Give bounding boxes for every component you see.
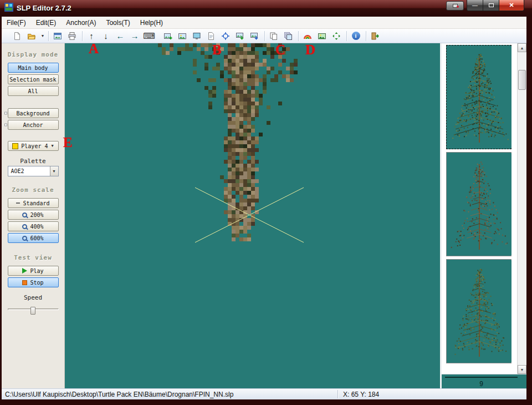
anchor-up-button[interactable]: ↑ (85, 30, 98, 42)
copy-frame-button[interactable] (267, 30, 280, 42)
frame-slider-strip[interactable]: 9 (442, 374, 526, 388)
preview-button[interactable] (190, 30, 203, 42)
import-frames-button[interactable] (248, 30, 261, 42)
main-body-button[interactable]: Main body (8, 63, 59, 73)
titlebar-extra-button[interactable] (446, 1, 464, 11)
stop-button[interactable]: Stop (8, 277, 59, 287)
right-arrow-icon: → (131, 32, 139, 40)
info-button[interactable]: i (349, 30, 362, 42)
palette-dropdown-button[interactable]: ▼ (50, 166, 58, 176)
tree-thumbnail-image (447, 260, 511, 362)
stop-icon (22, 280, 27, 285)
maximize-icon (489, 3, 494, 7)
info-icon: i (352, 32, 360, 40)
zoom-400-button[interactable]: 400% (8, 221, 59, 231)
speed-slider[interactable] (8, 305, 59, 313)
statusbar: C:\Users\Ulf Kaupisch\Desktop\Turtle Pac… (2, 388, 526, 399)
window-title: SLP Editor 2.7.2 (17, 4, 71, 12)
import-frame-button[interactable] (233, 30, 247, 42)
toolbar-separator (298, 31, 299, 41)
menubar: File(F) Edit(E) Anchor(A) Tools(T) Help(… (2, 17, 526, 29)
monitor-icon (192, 32, 201, 40)
add-frame-icon (163, 32, 172, 40)
maximize-button[interactable] (483, 0, 499, 11)
frame-number: 9 (442, 380, 521, 388)
document-button[interactable] (204, 30, 218, 42)
fit-view-button[interactable] (330, 30, 343, 42)
menu-help[interactable]: Help(H) (135, 17, 168, 28)
scroll-down-button[interactable]: ▼ (518, 365, 526, 374)
zoom-200-button[interactable]: 200% (8, 210, 59, 220)
anchor-down-button[interactable]: ↓ (99, 30, 112, 42)
palette-button[interactable] (301, 30, 314, 42)
close-button[interactable]: ✕ (499, 0, 524, 11)
file-path-text: C:\Users\Ulf Kaupisch\Desktop\Turtle Pac… (5, 391, 233, 398)
background-button[interactable]: Background (8, 108, 59, 118)
all-button[interactable]: All (8, 86, 59, 96)
slider-thumb[interactable] (30, 307, 35, 315)
new-file-button[interactable] (11, 30, 24, 42)
frame-image-button[interactable] (176, 30, 189, 42)
frames-stack-icon (284, 32, 293, 40)
left-arrow-icon: ← (116, 32, 125, 40)
vertical-scrollbar[interactable]: ▲ ▼ (517, 43, 526, 374)
player-value: Player 4 (21, 143, 48, 149)
stop-label: Stop (30, 280, 43, 286)
palette-label: Palette (2, 158, 64, 165)
frames-stack-button[interactable] (282, 30, 295, 42)
expand-arrows-icon (332, 32, 341, 40)
frame-window-button[interactable] (51, 30, 64, 42)
anchor-button[interactable]: Anchor (8, 120, 59, 130)
sidebar: Display mode Main body Selection mask Al… (2, 43, 65, 388)
print-button[interactable] (65, 30, 79, 42)
frame-thumbnail[interactable] (446, 45, 511, 149)
frame-image-icon (178, 32, 187, 40)
frame-thumbnail[interactable] (446, 259, 511, 363)
open-folder-icon (27, 32, 36, 40)
chevron-down-icon: ▼ (51, 144, 53, 148)
anchor-right-button[interactable]: → (128, 30, 141, 42)
anchor-label: Anchor (23, 122, 43, 128)
minimize-button[interactable]: — (467, 0, 483, 11)
annotation-c: C (275, 42, 285, 58)
zoom-600-label: 600% (30, 235, 43, 241)
menu-file[interactable]: File(F) (2, 17, 31, 28)
add-frame-button[interactable] (161, 30, 175, 42)
minus-icon (16, 202, 20, 204)
sprite-canvas[interactable] (65, 43, 440, 388)
menu-anchor[interactable]: Anchor(A) (61, 17, 101, 28)
open-dropdown-button[interactable]: ▼ (39, 30, 46, 42)
palette-select[interactable]: AOE2 ▼ (8, 166, 59, 176)
zoom-600-button[interactable]: 600% (8, 233, 59, 243)
toolbar-separator (82, 31, 83, 41)
palette-value: AOE2 (8, 168, 50, 174)
capture-icon (453, 4, 458, 8)
anchor-left-button[interactable]: ← (114, 30, 127, 42)
play-label: Play (30, 268, 43, 274)
scrollbar-thumb[interactable] (518, 70, 526, 90)
menu-edit[interactable]: Edit(E) (31, 17, 62, 28)
edit-canvas-area[interactable] (65, 43, 440, 388)
exit-button[interactable] (369, 30, 382, 42)
keyboard-button[interactable]: ⌨ (142, 30, 156, 42)
toolbar: ▼ ↑ ↓ ← → ⌨ (2, 29, 526, 43)
background-toggle-box[interactable] (4, 112, 7, 115)
zoom-standard-button[interactable]: Standard (8, 198, 59, 208)
annotation-a: A (89, 41, 99, 57)
play-button[interactable]: Play (8, 266, 59, 276)
open-file-button[interactable] (25, 30, 38, 42)
center-anchor-button[interactable] (219, 30, 232, 42)
tree-thumbnail-image (447, 153, 511, 255)
frame-thumbnail[interactable] (446, 152, 511, 256)
menu-tools[interactable]: Tools(T) (101, 17, 135, 28)
frame-window-icon (53, 32, 62, 40)
display-mode-label: Display mode (2, 51, 64, 58)
frame-slider-track[interactable] (445, 377, 518, 378)
scroll-up-button[interactable]: ▲ (518, 43, 526, 52)
export-image-button[interactable] (315, 30, 329, 42)
player-select[interactable]: Player 4 ▼ (8, 141, 59, 151)
anchor-toggle-box[interactable] (4, 124, 7, 126)
all-label: All (28, 88, 38, 94)
toolbar-separator (346, 31, 347, 41)
selection-mask-button[interactable]: Selection mask (8, 74, 59, 84)
